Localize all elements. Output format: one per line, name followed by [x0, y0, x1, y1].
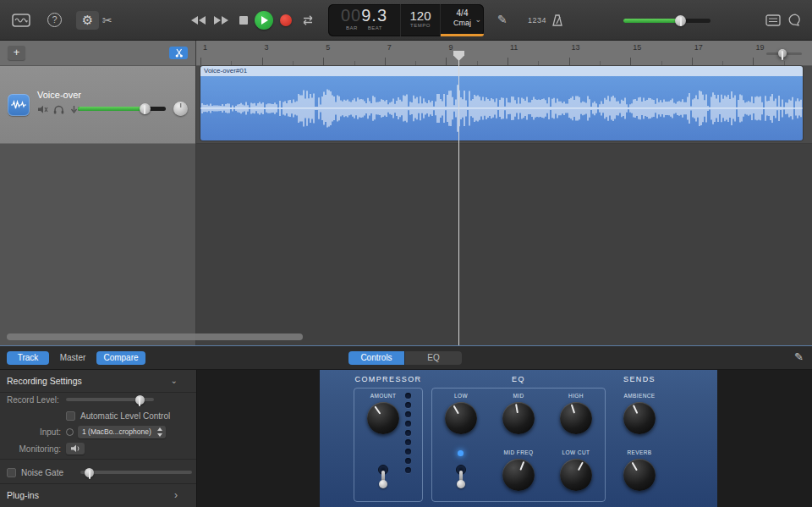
smart-controls-pane: Track Master Compare Controls EQ ✎ Recor…: [0, 345, 812, 507]
ruler-bar-label: 19: [755, 43, 764, 52]
volume-fill: [623, 19, 681, 23]
pan-knob[interactable]: [173, 102, 188, 116]
record-level-label: Record Level:: [7, 395, 59, 405]
track-name: Voice-over: [37, 90, 81, 100]
ruler-tick: [661, 61, 662, 65]
eq-high-knob[interactable]: [560, 402, 592, 434]
input-format-icon[interactable]: [66, 428, 74, 436]
count-in-button[interactable]: 1234: [528, 16, 546, 25]
sends-reverb-knob[interactable]: [623, 459, 656, 491]
compressor-led: [405, 439, 411, 445]
track-row-voice-over[interactable]: Voice-over: [0, 66, 195, 144]
track-volume-slider[interactable]: [78, 103, 166, 114]
auto-level-checkbox[interactable]: [66, 411, 75, 421]
low-cut-knob-label: LOW CUT: [562, 449, 590, 455]
pencil-icon[interactable]: ✎: [794, 350, 804, 363]
track-header-panel: + Voice-over: [0, 41, 196, 345]
ruler-tick: [477, 61, 478, 65]
ruler-bar-label: 9: [448, 43, 453, 52]
audio-track-icon: [8, 94, 30, 116]
tab-controls[interactable]: Controls: [348, 351, 404, 365]
ruler-bar-label: 5: [326, 43, 330, 52]
cycle-button[interactable]: [300, 15, 315, 25]
tab-track[interactable]: Track: [7, 351, 49, 365]
audio-region[interactable]: Voice-over#01: [200, 66, 803, 141]
ruler-tick: [354, 61, 355, 65]
add-track-button[interactable]: +: [8, 46, 25, 60]
ruler-tick: [600, 61, 601, 65]
mute-button[interactable]: [37, 102, 48, 118]
plugins-label: Plug-ins: [7, 490, 39, 500]
compressor-power-switch[interactable]: [376, 456, 391, 490]
eq-low-knob[interactable]: [445, 402, 477, 434]
eq-low-cut-knob[interactable]: [560, 459, 592, 491]
forward-button[interactable]: [214, 16, 228, 25]
noise-gate-checkbox[interactable]: [7, 468, 16, 477]
timeline-ruler[interactable]: 135791113151719: [196, 41, 812, 66]
switch-tip: [379, 480, 387, 488]
eq-title: EQ: [512, 375, 525, 383]
ambience-knob-label: AMBIENCE: [623, 393, 655, 399]
play-button[interactable]: [255, 11, 273, 30]
record-level-knob[interactable]: [135, 395, 145, 405]
lcd-bar-label: BAR: [346, 25, 358, 30]
compressor-amount-knob[interactable]: [367, 402, 399, 434]
noise-gate-slider[interactable]: [80, 467, 192, 477]
ruler-tick: [508, 58, 508, 65]
ruler-tick: [293, 61, 294, 65]
noise-gate-knob[interactable]: [85, 468, 94, 477]
tab-master[interactable]: Master: [52, 351, 93, 365]
snip-at-playhead-button[interactable]: [169, 47, 188, 59]
track-volume-fill: [78, 107, 145, 111]
scissors-icon[interactable]: ✂: [102, 14, 112, 27]
chevron-down-icon[interactable]: ⌄: [475, 15, 481, 24]
help-icon[interactable]: ?: [47, 13, 62, 27]
eq-mid-knob[interactable]: [502, 402, 535, 434]
zoom-knob[interactable]: [778, 49, 787, 58]
high-knob-label: HIGH: [568, 393, 584, 399]
smart-controls-area: COMPRESSOR EQ SENDS AMOUNT LOW MID HIGH: [197, 370, 812, 507]
eq-mid-freq-knob[interactable]: [502, 459, 535, 491]
rewind-button[interactable]: [191, 16, 206, 25]
ruler-bar-label: 13: [572, 43, 580, 52]
input-label: Input:: [0, 427, 61, 437]
lcd-display[interactable]: 009.3 BARBEAT 120 TEMPO 4/4 Cmaj ⌄: [328, 4, 484, 36]
lcd-orange-bar: [441, 34, 484, 36]
ruler-tick: [538, 61, 539, 65]
track-panel-header: +: [0, 41, 195, 66]
plugins-chevron-icon[interactable]: ›: [174, 489, 178, 501]
smart-controls-board: COMPRESSOR EQ SENDS AMOUNT LOW MID HIGH: [320, 370, 717, 507]
record-button[interactable]: [280, 14, 292, 26]
master-volume-slider[interactable]: [623, 14, 710, 26]
lcd-beat-label: BEAT: [368, 25, 382, 30]
quick-help-bubble-icon[interactable]: [788, 14, 802, 26]
project-chooser-icon[interactable]: [12, 14, 30, 27]
settings-gear-icon[interactable]: ⚙: [76, 11, 99, 30]
low-knob-label: LOW: [454, 393, 468, 399]
display-mode-icon[interactable]: [765, 14, 781, 26]
compressor-led: [405, 393, 411, 399]
metronome-icon[interactable]: [552, 14, 562, 26]
horizontal-scrollbar[interactable]: [7, 333, 303, 340]
ruler-bar-label: 3: [265, 43, 269, 52]
track-volume-knob[interactable]: [140, 103, 151, 114]
lcd-tempo-label: TEMPO: [410, 23, 431, 28]
automation-pencil-icon[interactable]: ✎: [497, 13, 508, 26]
garageband-window: ? ⚙ ✂ 009.3 BARBEAT 120 TEMPO: [0, 0, 812, 507]
compare-button[interactable]: Compare: [96, 351, 145, 365]
collapse-chevron-icon[interactable]: ⌄: [171, 376, 178, 385]
compressor-led: [405, 402, 411, 408]
solo-headphones-button[interactable]: [53, 102, 64, 118]
monitoring-button[interactable]: [66, 443, 85, 455]
eq-power-switch[interactable]: [453, 456, 469, 490]
volume-knob[interactable]: [675, 15, 686, 26]
zoom-slider[interactable]: [766, 49, 802, 58]
input-select[interactable]: 1 (MacBo...crophone): [78, 426, 166, 438]
stop-button[interactable]: [239, 16, 248, 25]
tab-eq[interactable]: EQ: [404, 351, 462, 365]
arrange-area[interactable]: 135791113151719 Voice-over#01: [196, 41, 812, 345]
record-level-slider[interactable]: [66, 394, 154, 405]
audio-waveform: [200, 76, 803, 141]
sends-ambience-knob[interactable]: [623, 402, 656, 434]
lcd-position-section: 009.3 BARBEAT: [328, 4, 401, 36]
